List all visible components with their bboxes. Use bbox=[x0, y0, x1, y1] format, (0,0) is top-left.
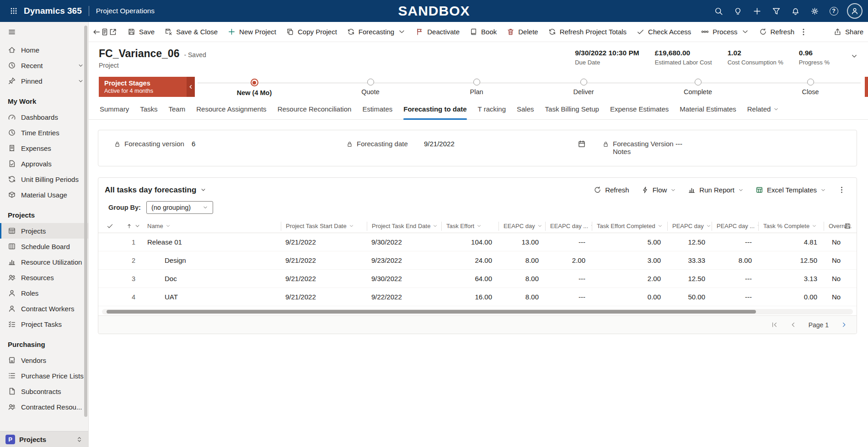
stage-complete[interactable]: Complete bbox=[661, 79, 734, 96]
share-button[interactable]: Share bbox=[829, 24, 868, 40]
stage-new[interactable]: New (4 Mo) bbox=[218, 79, 291, 96]
field-forecasting-date[interactable]: Forecasting date 9/21/2022 bbox=[346, 140, 602, 155]
sidebar-item-approvals[interactable]: Approvals bbox=[0, 156, 88, 171]
column-header-name[interactable]: Name bbox=[143, 222, 281, 231]
area-switcher[interactable]: P Projects bbox=[0, 431, 88, 447]
scrollbar-thumb[interactable] bbox=[107, 310, 756, 314]
tab-forecasting-to-date[interactable]: Forecasting to date bbox=[403, 99, 466, 120]
sidebar-item-expenses[interactable]: Expenses bbox=[0, 140, 88, 156]
grid-refresh-button[interactable]: Refresh bbox=[589, 183, 634, 197]
ideas-button[interactable] bbox=[728, 0, 747, 22]
stage-close[interactable]: Close bbox=[774, 79, 847, 96]
previous-page-button[interactable] bbox=[790, 321, 797, 328]
notifications-button[interactable] bbox=[786, 0, 805, 22]
form-selector-button[interactable] bbox=[101, 24, 109, 40]
excel-templates-menu-button[interactable]: Excel Templates bbox=[751, 183, 830, 197]
sidebar-item-pinned[interactable]: Pinned bbox=[0, 73, 88, 89]
sidebar-item-time-entries[interactable]: Time Entries bbox=[0, 125, 88, 140]
save-button[interactable]: Save bbox=[123, 24, 160, 40]
sidebar-item-purchase-price-lists[interactable]: Purchase Price Lists bbox=[0, 368, 88, 383]
column-header-peapc-day[interactable]: PEAPC day bbox=[667, 222, 712, 231]
column-header-peapc-day-2[interactable]: PEAPC day ... bbox=[712, 222, 758, 231]
column-header-end-date[interactable]: Project Task End Date bbox=[367, 222, 441, 231]
new-project-button[interactable]: New Project bbox=[223, 24, 281, 40]
chevron-down-icon[interactable] bbox=[78, 63, 84, 69]
app-name[interactable]: Dynamics 365 bbox=[24, 6, 82, 16]
column-header-start-date[interactable]: Project Task Start Date bbox=[281, 222, 367, 231]
sidebar-item-resources[interactable]: Resources bbox=[0, 270, 88, 285]
delete-button[interactable]: Delete bbox=[502, 24, 543, 40]
more-commands-button[interactable] bbox=[799, 24, 808, 40]
view-selector[interactable]: All tasks day forecasting bbox=[105, 186, 206, 195]
sidebar-item-dashboards[interactable]: Dashboards bbox=[0, 109, 88, 125]
collapse-sitemap-button[interactable] bbox=[0, 22, 88, 42]
sidebar-item-project-tasks[interactable]: Project Tasks bbox=[0, 316, 88, 332]
collapse-stages-button[interactable] bbox=[187, 77, 195, 97]
stage-deliver[interactable]: Deliver bbox=[547, 79, 620, 96]
tab-estimates[interactable]: Estimates bbox=[362, 99, 392, 120]
column-header-task-pct-complete[interactable]: Task % Complete bbox=[758, 222, 824, 231]
cell-task-name[interactable]: Doc bbox=[143, 275, 281, 282]
cell-task-name[interactable]: Release 01 bbox=[143, 238, 281, 246]
sidebar-item-material-usage[interactable]: Material Usage bbox=[0, 187, 88, 202]
tab-summary[interactable]: Summary bbox=[100, 99, 129, 120]
flow-menu-button[interactable]: Flow bbox=[637, 183, 681, 197]
tab-tasks[interactable]: Tasks bbox=[140, 99, 157, 120]
refresh-project-totals-button[interactable]: Refresh Project Totals bbox=[543, 24, 632, 40]
tab-material-estimates[interactable]: Material Estimates bbox=[680, 99, 736, 120]
column-header-overrun[interactable]: Overru... bbox=[824, 222, 857, 231]
sidebar-scrollbar[interactable] bbox=[84, 26, 87, 417]
area-name[interactable]: Project Operations bbox=[96, 7, 155, 15]
process-stages-panel[interactable]: Project Stages Active for 4 months bbox=[99, 77, 187, 97]
app-launcher-button[interactable] bbox=[4, 0, 24, 22]
grid-more-commands-button[interactable] bbox=[833, 183, 850, 197]
horizontal-scrollbar[interactable] bbox=[102, 309, 853, 314]
table-row[interactable]: 1 Release 01 9/21/2022 9/30/2022 104.00 … bbox=[98, 233, 857, 251]
hierarchy-column-header[interactable] bbox=[122, 222, 143, 231]
forecasting-menu-button[interactable]: Forecasting bbox=[342, 24, 411, 40]
table-row[interactable]: 4 UAT 9/21/2022 9/22/2022 16.00 8.00 ---… bbox=[98, 288, 857, 306]
tab-resource-reconciliation[interactable]: Resource Reconciliation bbox=[278, 99, 352, 120]
stage-quote[interactable]: Quote bbox=[334, 79, 407, 96]
open-in-new-window-button[interactable] bbox=[109, 24, 117, 40]
tab-related[interactable]: Related bbox=[747, 99, 779, 120]
field-forecasting-version[interactable]: Forecasting version 6 bbox=[98, 140, 346, 155]
column-header-eeapc-day-2[interactable]: EEAPC day ... bbox=[545, 222, 592, 231]
chevron-down-icon[interactable] bbox=[78, 78, 84, 84]
column-header-task-effort[interactable]: Task Effort bbox=[441, 222, 498, 231]
next-page-button[interactable] bbox=[841, 321, 847, 328]
cell-task-name[interactable]: Design bbox=[143, 256, 281, 264]
sidebar-item-contract-workers[interactable]: Contract Workers bbox=[0, 301, 88, 316]
tab-resource-assignments[interactable]: Resource Assignments bbox=[196, 99, 266, 120]
sidebar-item-subcontracts[interactable]: Subcontracts bbox=[0, 383, 88, 399]
filter-button[interactable] bbox=[766, 0, 786, 22]
book-button[interactable]: Book bbox=[465, 24, 502, 40]
sidebar-item-resource-utilization[interactable]: Resource Utilization bbox=[0, 254, 88, 270]
stage-plan[interactable]: Plan bbox=[440, 79, 513, 96]
table-row[interactable]: 2 Design 9/21/2022 9/23/2022 24.00 8.00 … bbox=[98, 251, 857, 270]
check-access-button[interactable]: Check Access bbox=[632, 24, 696, 40]
quick-create-button[interactable] bbox=[747, 0, 766, 22]
refresh-button[interactable]: Refresh bbox=[754, 24, 800, 40]
sidebar-item-contracted-resources[interactable]: Contracted Resou... bbox=[0, 399, 88, 415]
table-row[interactable]: 3 Doc 9/21/2022 9/30/2022 64.00 8.00 ---… bbox=[98, 270, 857, 288]
run-report-menu-button[interactable]: Run Report bbox=[683, 183, 748, 197]
sidebar-item-home[interactable]: Home bbox=[0, 42, 88, 58]
sidebar-item-recent[interactable]: Recent bbox=[0, 58, 88, 73]
group-by-select[interactable]: (no grouping) bbox=[146, 201, 213, 214]
collapse-header-button[interactable] bbox=[851, 53, 858, 60]
field-forecasting-version-notes[interactable]: Forecasting Version Notes --- bbox=[602, 140, 857, 155]
sidebar-item-projects[interactable]: Projects bbox=[0, 223, 88, 239]
tab-sales[interactable]: Sales bbox=[517, 99, 534, 120]
tab-expense-estimates[interactable]: Expense Estimates bbox=[610, 99, 669, 120]
tab-team[interactable]: Team bbox=[169, 99, 186, 120]
tab-tracking[interactable]: T racking bbox=[478, 99, 506, 120]
sidebar-item-roles[interactable]: Roles bbox=[0, 285, 88, 301]
date-picker-button[interactable] bbox=[578, 140, 586, 148]
sidebar-item-vendors[interactable]: Vendors bbox=[0, 352, 88, 368]
cell-task-name[interactable]: UAT bbox=[143, 293, 281, 301]
sidebar-item-schedule-board[interactable]: Schedule Board bbox=[0, 239, 88, 254]
save-and-close-button[interactable]: Save & Close bbox=[160, 24, 223, 40]
column-header-task-effort-completed[interactable]: Task Effort Completed bbox=[592, 222, 667, 231]
copy-project-button[interactable]: Copy Project bbox=[281, 24, 342, 40]
